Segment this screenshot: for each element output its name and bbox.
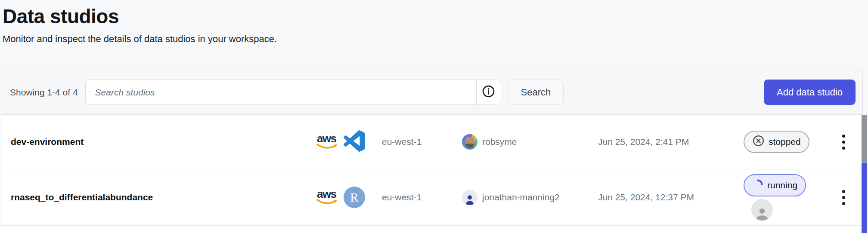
status-cell: running bbox=[744, 174, 834, 221]
user-name: robsyme bbox=[482, 137, 517, 147]
studio-name-link[interactable]: dev-environment bbox=[11, 137, 315, 147]
spinner-icon bbox=[752, 179, 763, 192]
page-title: Data studios bbox=[3, 5, 868, 28]
participant-avatar bbox=[751, 199, 773, 221]
search-input[interactable] bbox=[86, 80, 476, 104]
vscode-icon bbox=[344, 130, 365, 153]
search-info-addon[interactable] bbox=[476, 80, 501, 104]
user-avatar bbox=[462, 190, 477, 205]
status-label: stopped bbox=[769, 137, 801, 147]
aws-icon: aws bbox=[315, 187, 340, 208]
row-actions-kebab-icon[interactable] bbox=[840, 188, 847, 207]
status-cell: stopped bbox=[744, 131, 834, 153]
status-label: running bbox=[767, 180, 797, 190]
add-data-studio-button[interactable]: Add data studio bbox=[764, 80, 856, 105]
status-badge-running: running bbox=[744, 174, 806, 196]
user-avatar bbox=[462, 134, 477, 150]
x-circle-icon bbox=[752, 135, 765, 149]
results-count: Showing 1-4 of 4 bbox=[10, 87, 78, 98]
table-row-rnaseq[interactable]: rnaseq_to_differentialabundance aws R eu… bbox=[1, 169, 862, 226]
row-actions-kebab-icon[interactable] bbox=[840, 133, 847, 151]
studios-toolbar: Showing 1-4 of 4 Search Add data studio bbox=[1, 70, 862, 115]
svg-text:aws: aws bbox=[317, 132, 337, 145]
search-button[interactable]: Search bbox=[508, 80, 564, 105]
region-label: eu-west-1 bbox=[382, 137, 462, 147]
user-cell: jonathan-manning2 bbox=[462, 190, 598, 205]
status-badge-stopped: stopped bbox=[744, 131, 809, 153]
scrollbar-accent-segment bbox=[862, 163, 867, 233]
created-date: Jun 25, 2024, 12:37 PM bbox=[598, 192, 744, 202]
table-row-dev-environment[interactable]: dev-environment aws eu-west-1 robsyme Ju… bbox=[1, 115, 862, 169]
search-group bbox=[85, 80, 501, 105]
svg-text:aws: aws bbox=[317, 187, 337, 200]
page-header: Data studios Monitor and inspect the det… bbox=[0, 0, 868, 45]
scrollbar-thumb[interactable] bbox=[862, 115, 867, 163]
studio-name-link[interactable]: rnaseq_to_differentialabundance bbox=[11, 192, 315, 202]
region-label: eu-west-1 bbox=[382, 192, 462, 202]
page-subtitle: Monitor and inspect the details of data … bbox=[3, 34, 868, 45]
info-circle-icon bbox=[482, 85, 495, 100]
user-cell: robsyme bbox=[462, 134, 598, 150]
scrollbar-track bbox=[862, 115, 867, 233]
user-name: jonathan-manning2 bbox=[482, 192, 560, 202]
compute-env-icons: aws R bbox=[315, 187, 382, 208]
table-row-partial bbox=[1, 226, 862, 233]
rstudio-icon: R bbox=[344, 187, 365, 208]
created-date: Jun 25, 2024, 2:41 PM bbox=[598, 137, 744, 147]
compute-env-icons: aws bbox=[315, 130, 382, 153]
studios-card: Showing 1-4 of 4 Search Add data studio … bbox=[1, 70, 863, 233]
aws-icon: aws bbox=[315, 131, 340, 153]
